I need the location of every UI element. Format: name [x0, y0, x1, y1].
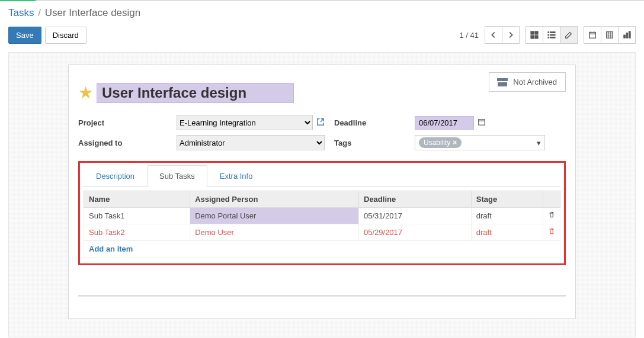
col-assigned-person[interactable]: Assigned Person — [190, 191, 359, 208]
archive-label: Not Archived — [513, 78, 557, 86]
archive-toggle-button[interactable]: Not Archived — [489, 72, 566, 92]
tab-strip: Description Sub Tasks Extra Info — [84, 165, 560, 187]
tag-chip-usability: Usability × — [419, 137, 462, 148]
project-label: Project — [78, 118, 167, 127]
cell-name[interactable]: Sub Task2 — [84, 224, 190, 241]
table-row[interactable]: Sub Task1 Demo Portal User 05/31/2017 dr… — [84, 208, 560, 224]
svg-rect-5 — [550, 32, 555, 33]
pager-group — [485, 26, 520, 44]
tag-remove-icon[interactable]: × — [453, 139, 457, 147]
add-item-link[interactable]: Add an item — [89, 244, 133, 253]
svg-rect-2 — [531, 36, 534, 38]
pager-position: 1 / 41 — [459, 31, 479, 40]
external-link-icon[interactable] — [316, 118, 325, 128]
col-name[interactable]: Name — [84, 191, 190, 208]
save-button[interactable]: Save — [8, 27, 41, 44]
add-item-row: Add an item — [84, 241, 560, 257]
svg-line-22 — [321, 118, 323, 121]
list-icon — [547, 31, 556, 39]
trash-icon[interactable] — [548, 211, 555, 220]
calendar-icon — [588, 31, 597, 39]
svg-rect-0 — [531, 31, 534, 34]
calendar-picker-icon[interactable] — [478, 118, 486, 128]
view-calendar-button[interactable] — [584, 26, 601, 44]
table-icon — [605, 31, 614, 39]
svg-rect-14 — [607, 32, 613, 38]
tab-description[interactable]: Description — [84, 165, 147, 186]
view-graph-button[interactable] — [618, 26, 636, 44]
project-select[interactable]: E-Learning Integration — [177, 115, 313, 130]
cell-stage[interactable]: draft — [471, 224, 543, 241]
view-list-button[interactable] — [543, 26, 560, 44]
tab-sub-tasks[interactable]: Sub Tasks — [147, 165, 207, 187]
svg-rect-8 — [548, 37, 549, 38]
trash-icon[interactable] — [548, 228, 555, 237]
tag-chip-label: Usability — [424, 139, 450, 147]
svg-rect-20 — [626, 33, 628, 38]
svg-rect-1 — [535, 31, 538, 34]
svg-rect-6 — [548, 34, 549, 36]
svg-rect-7 — [550, 34, 555, 36]
view-pivot-button[interactable] — [601, 26, 619, 44]
svg-rect-9 — [550, 37, 555, 38]
form-sheet: ★ Not Archived Project E-Learning Integr… — [68, 65, 576, 319]
col-stage[interactable]: Stage — [471, 191, 543, 208]
cell-deadline[interactable]: 05/31/2017 — [359, 208, 472, 224]
sheet-footer — [78, 295, 566, 301]
dropdown-caret-icon[interactable]: ▾ — [537, 139, 541, 147]
breadcrumb: Tasks / User Interface design — [8, 4, 636, 22]
col-actions — [543, 191, 560, 208]
star-icon[interactable]: ★ — [78, 85, 93, 101]
svg-rect-3 — [535, 36, 538, 38]
bar-chart-icon — [623, 31, 631, 39]
tags-input[interactable]: Usability × ▾ — [415, 135, 545, 150]
breadcrumb-current: User Interface design — [45, 7, 141, 18]
tab-container: Description Sub Tasks Extra Info Name As… — [78, 161, 566, 265]
archive-icon — [498, 78, 507, 86]
edit-icon — [565, 31, 573, 39]
kanban-icon — [530, 31, 539, 39]
view-kanban-button[interactable] — [526, 26, 543, 44]
cell-person[interactable]: Demo User — [190, 224, 359, 241]
table-row[interactable]: Sub Task2 Demo User 05/29/2017 draft — [84, 224, 560, 241]
tags-label: Tags — [334, 139, 405, 147]
task-title-input[interactable] — [97, 83, 294, 103]
svg-rect-10 — [589, 33, 596, 38]
breadcrumb-root[interactable]: Tasks — [8, 7, 34, 18]
assigned-to-select[interactable]: Administrator — [177, 135, 325, 150]
cell-stage[interactable]: draft — [471, 208, 543, 224]
pager-prev-button[interactable] — [485, 26, 502, 44]
svg-rect-4 — [548, 32, 549, 33]
chevron-left-icon — [489, 31, 498, 39]
cell-person[interactable]: Demo Portal User — [190, 208, 359, 224]
view-form-button[interactable] — [560, 26, 578, 44]
subtasks-table: Name Assigned Person Deadline Stage Sub … — [84, 191, 560, 257]
tab-extra-info[interactable]: Extra Info — [207, 165, 265, 186]
chevron-right-icon — [507, 31, 515, 39]
svg-rect-21 — [629, 31, 631, 38]
col-deadline[interactable]: Deadline — [359, 191, 472, 208]
svg-rect-23 — [479, 119, 485, 125]
breadcrumb-sep: / — [38, 7, 41, 18]
discard-button[interactable]: Discard — [45, 27, 86, 44]
view-switcher — [526, 26, 578, 44]
cell-deadline[interactable]: 05/29/2017 — [359, 224, 472, 241]
view-switcher-2 — [584, 26, 636, 44]
deadline-input[interactable] — [415, 116, 474, 130]
deadline-label: Deadline — [334, 118, 405, 127]
assigned-to-label: Assigned to — [78, 139, 167, 147]
svg-rect-19 — [624, 35, 626, 38]
cell-name[interactable]: Sub Task1 — [84, 208, 190, 224]
pager-next-button[interactable] — [502, 26, 520, 44]
